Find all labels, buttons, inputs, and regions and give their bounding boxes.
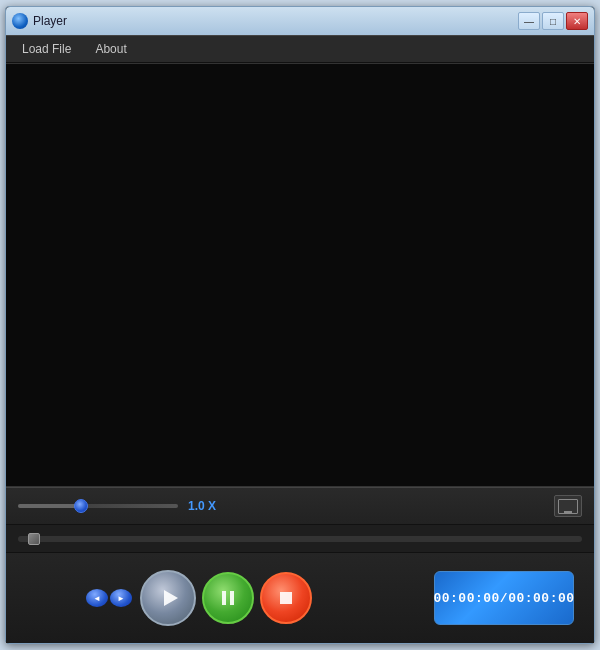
- menubar: Load File About: [6, 35, 594, 63]
- playback-controls: [140, 570, 312, 626]
- play-button[interactable]: [140, 570, 196, 626]
- time-text: 00:00:00/00:00:00: [433, 591, 574, 606]
- svg-rect-3: [280, 592, 292, 604]
- app-icon: [12, 13, 28, 29]
- maximize-button[interactable]: □: [542, 12, 564, 30]
- menu-load-file[interactable]: Load File: [10, 39, 83, 59]
- progress-bar[interactable]: [18, 536, 582, 542]
- stop-icon: [277, 589, 295, 607]
- menu-about[interactable]: About: [83, 39, 138, 59]
- play-icon: [160, 588, 180, 608]
- skip-buttons: ◄ ►: [86, 589, 132, 607]
- close-button[interactable]: ✕: [566, 12, 588, 30]
- svg-rect-2: [230, 591, 234, 605]
- window-title: Player: [33, 14, 518, 28]
- progress-thumb[interactable]: [28, 533, 40, 545]
- time-display: 00:00:00/00:00:00: [434, 571, 574, 625]
- video-area: [6, 63, 594, 487]
- progress-area: [6, 525, 594, 553]
- skip-row: ◄ ►: [86, 589, 132, 607]
- pause-button[interactable]: [202, 572, 254, 624]
- speed-bar: 1.0 X: [6, 487, 594, 525]
- player-window: Player — □ ✕ Load File About 1.0 X ◄ ►: [5, 6, 595, 644]
- speed-slider[interactable]: [18, 504, 178, 508]
- svg-rect-1: [222, 591, 226, 605]
- skip-back-button[interactable]: ◄: [86, 589, 108, 607]
- speed-slider-fill: [18, 504, 78, 508]
- svg-marker-0: [164, 590, 178, 606]
- titlebar: Player — □ ✕: [6, 7, 594, 35]
- stop-button[interactable]: [260, 572, 312, 624]
- titlebar-buttons: — □ ✕: [518, 12, 588, 30]
- speed-label: 1.0 X: [188, 499, 223, 513]
- minimize-button[interactable]: —: [518, 12, 540, 30]
- pause-icon: [219, 589, 237, 607]
- skip-forward-button[interactable]: ►: [110, 589, 132, 607]
- fullscreen-button[interactable]: [554, 495, 582, 517]
- speed-slider-thumb[interactable]: [74, 499, 88, 513]
- controls-area: ◄ ► 00:00:00/00:0: [6, 553, 594, 643]
